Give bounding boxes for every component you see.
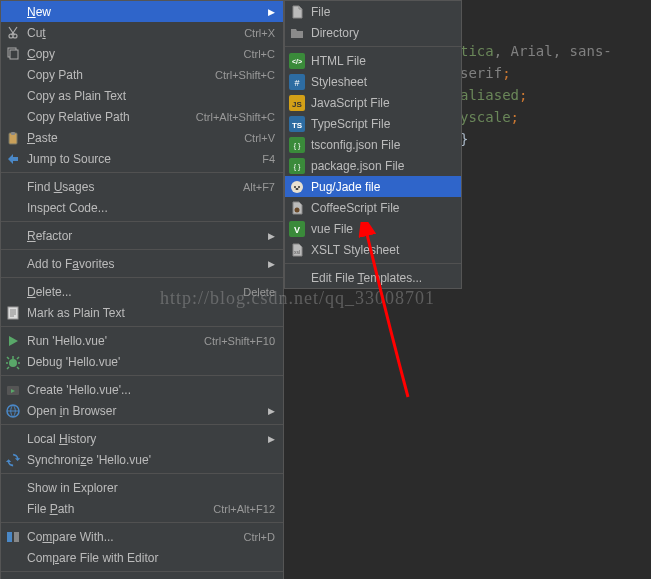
context-menu-item-3[interactable]: Copy PathCtrl+Shift+C [1, 64, 283, 85]
svg-rect-4 [8, 307, 18, 319]
compare-icon [5, 529, 21, 545]
context-menu-item-32[interactable]: Compare File with Editor [1, 547, 283, 568]
blank-icon [5, 256, 21, 272]
blank-icon [5, 550, 21, 566]
menu-item-label: Inspect Code... [27, 201, 275, 215]
svg-rect-1 [10, 50, 18, 59]
menu-item-label: Stylesheet [311, 75, 453, 89]
context-menu-item-17[interactable]: Mark as Plain Text [1, 302, 283, 323]
context-menu-item-12[interactable]: Refactor▶ [1, 225, 283, 246]
ts-icon: TS [289, 116, 305, 132]
new-submenu-item-3[interactable]: </>HTML File [285, 50, 461, 71]
new-submenu-item-4[interactable]: #Stylesheet [285, 71, 461, 92]
menu-shortcut: Ctrl+D [244, 531, 275, 543]
menu-item-label: Mark as Plain Text [27, 306, 275, 320]
new-submenu-item-11[interactable]: Vvue File [285, 218, 461, 239]
dir-icon [289, 25, 305, 41]
svg-text:JS: JS [292, 100, 302, 109]
blank-icon [5, 501, 21, 517]
menu-item-label: Synchronize 'Hello.vue' [27, 453, 275, 467]
menu-item-label: XSLT Stylesheet [311, 243, 453, 257]
svg-rect-9 [14, 532, 19, 542]
context-menu-item-34: Remove BOM [1, 575, 283, 579]
menu-separator [285, 263, 461, 264]
new-submenu-item-5[interactable]: JSJavaScript File [285, 92, 461, 113]
new-submenu-item-7[interactable]: { }tsconfig.json File [285, 134, 461, 155]
menu-shortcut: Ctrl+C [244, 48, 275, 60]
browser-icon [5, 403, 21, 419]
new-submenu-item-6[interactable]: TSTypeScript File [285, 113, 461, 134]
new-submenu-item-9[interactable]: Pug/Jade file [285, 176, 461, 197]
menu-item-label: Debug 'Hello.vue' [27, 355, 275, 369]
blank-icon [5, 179, 21, 195]
svg-point-22 [291, 181, 303, 193]
context-menu-item-20[interactable]: Debug 'Hello.vue' [1, 351, 283, 372]
menu-shortcut: Ctrl+Shift+C [215, 69, 275, 81]
menu-item-label: vue File [311, 222, 453, 236]
context-menu-item-26[interactable]: Synchronize 'Hello.vue' [1, 449, 283, 470]
menu-item-label: Cut [27, 26, 234, 40]
file-icon [289, 4, 305, 20]
submenu-arrow-icon: ▶ [268, 231, 275, 241]
context-menu-item-0[interactable]: New▶ [1, 1, 283, 22]
menu-separator [1, 375, 283, 376]
context-menu-item-6[interactable]: PasteCtrl+V [1, 127, 283, 148]
context-menu-item-2[interactable]: CopyCtrl+C [1, 43, 283, 64]
menu-separator [1, 172, 283, 173]
context-menu-item-28[interactable]: Show in Explorer [1, 477, 283, 498]
context-menu-item-9[interactable]: Find UsagesAlt+F7 [1, 176, 283, 197]
context-menu-item-25[interactable]: Local History▶ [1, 428, 283, 449]
menu-item-label: Edit File Templates... [311, 271, 453, 285]
menu-shortcut: Delete [243, 286, 275, 298]
menu-shortcut: Ctrl+Shift+F10 [204, 335, 275, 347]
context-menu-item-5[interactable]: Copy Relative PathCtrl+Alt+Shift+C [1, 106, 283, 127]
context-menu-item-14[interactable]: Add to Favorites▶ [1, 253, 283, 274]
new-submenu-item-12[interactable]: xslXSLT Stylesheet [285, 239, 461, 260]
css-icon: # [289, 74, 305, 90]
menu-shortcut: Ctrl+V [244, 132, 275, 144]
context-menu-item-1[interactable]: CutCtrl+X [1, 22, 283, 43]
menu-item-label: File Path [27, 502, 203, 516]
new-submenu-item-14[interactable]: Edit File Templates... [285, 267, 461, 288]
menu-item-label: Jump to Source [27, 152, 252, 166]
new-submenu-item-0[interactable]: File [285, 1, 461, 22]
cut-icon [5, 25, 21, 41]
svg-text:xsl: xsl [294, 249, 300, 255]
blank-icon [5, 200, 21, 216]
menu-item-label: Copy Path [27, 68, 205, 82]
context-menu-item-16[interactable]: Delete...Delete [1, 281, 283, 302]
menu-item-label: JavaScript File [311, 96, 453, 110]
submenu-arrow-icon: ▶ [268, 406, 275, 416]
context-menu-item-7[interactable]: Jump to SourceF4 [1, 148, 283, 169]
new-submenu-item-10[interactable]: CoffeeScript File [285, 197, 461, 218]
menu-item-label: Compare With... [27, 530, 234, 544]
blank-icon [5, 284, 21, 300]
menu-shortcut: F4 [262, 153, 275, 165]
context-menu-item-22[interactable]: Create 'Hello.vue'... [1, 379, 283, 400]
menu-item-label: Find Usages [27, 180, 233, 194]
blank-icon [5, 228, 21, 244]
context-menu-item-29[interactable]: File PathCtrl+Alt+F12 [1, 498, 283, 519]
menu-item-label: package.json File [311, 159, 453, 173]
svg-point-24 [298, 186, 300, 188]
context-menu-item-10[interactable]: Inspect Code... [1, 197, 283, 218]
menu-item-label: Local History [27, 432, 260, 446]
svg-point-5 [9, 359, 17, 367]
svg-point-25 [296, 188, 299, 190]
context-menu-item-4[interactable]: Copy as Plain Text [1, 85, 283, 106]
blank-icon [5, 88, 21, 104]
new-submenu-item-1[interactable]: Directory [285, 22, 461, 43]
menu-item-label: Copy Relative Path [27, 110, 186, 124]
context-menu-item-19[interactable]: Run 'Hello.vue'Ctrl+Shift+F10 [1, 330, 283, 351]
blank-icon [5, 480, 21, 496]
context-menu-item-31[interactable]: Compare With...Ctrl+D [1, 526, 283, 547]
html-icon: </> [289, 53, 305, 69]
menu-shortcut: Ctrl+X [244, 27, 275, 39]
new-submenu: FileDirectory</>HTML File#StylesheetJSJa… [284, 0, 462, 289]
menu-separator [1, 522, 283, 523]
new-submenu-item-8[interactable]: { }package.json File [285, 155, 461, 176]
context-menu-item-23[interactable]: Open in Browser▶ [1, 400, 283, 421]
menu-item-label: Paste [27, 131, 234, 145]
menu-item-label: Create 'Hello.vue'... [27, 383, 275, 397]
svg-text:</>: </> [292, 58, 302, 65]
